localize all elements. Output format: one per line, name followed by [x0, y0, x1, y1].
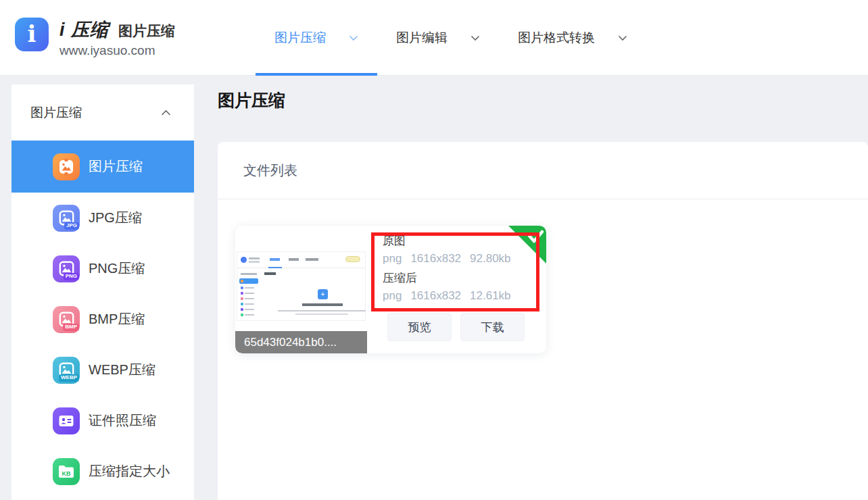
image-icon: WEBP: [53, 357, 80, 384]
sidebar-group-label: 图片压缩: [30, 104, 82, 122]
file-thumbnail[interactable]: + 65d43f024b1b0....: [235, 226, 367, 353]
panel-title: 文件列表: [243, 161, 297, 180]
image-compress-icon: [53, 153, 80, 180]
file-name: 65d43f024b1b0....: [235, 331, 367, 353]
sidebar-item-WEBP压缩[interactable]: WEBPWEBP压缩: [11, 345, 194, 395]
thumbnail-preview: +: [237, 251, 366, 321]
brand-url: www.iyasuo.com: [59, 43, 175, 58]
image-icon: BMP: [53, 306, 80, 333]
brand-text: i 压缩 图片压缩 www.iyasuo.com: [59, 18, 175, 58]
sidebar-item-label: BMP压缩: [89, 310, 145, 328]
chevron-down-icon: [471, 35, 480, 41]
upload-plus-icon: +: [318, 289, 328, 299]
original-label: 原图: [383, 232, 520, 250]
sidebar-item-label: 证件照压缩: [89, 411, 156, 430]
compressed-meta: png1616x83212.61kb: [383, 287, 520, 307]
nav-tab-label: 图片格式转换: [518, 29, 595, 47]
sidebar-item-压缩指定大小[interactable]: KB压缩指定大小: [11, 446, 194, 497]
nav-tab-label: 图片压缩: [274, 29, 326, 47]
sidebar-item-label: PNG压缩: [89, 259, 145, 278]
brand-product: 图片压缩: [118, 22, 175, 41]
svg-text:KB: KB: [62, 470, 71, 476]
sidebar-item-证件照压缩[interactable]: 证件照压缩: [11, 395, 194, 446]
format-badge: WEBP: [59, 374, 79, 382]
sidebar-item-label: JPG压缩: [89, 209, 142, 227]
sidebar-item-label: 压缩指定大小: [89, 462, 170, 480]
image-icon: PNG: [53, 255, 80, 282]
file-card: + 65d43f024b1b0.... 原图 png1616x83292.80k…: [235, 226, 546, 353]
chevron-up-icon: [161, 109, 171, 116]
brand[interactable]: i i 压缩 图片压缩 www.iyasuo.com: [15, 18, 175, 58]
success-check-ribbon-icon: [508, 226, 546, 264]
panel-header: 文件列表: [218, 142, 868, 199]
image-icon: JPG: [53, 205, 80, 232]
nav-tab-图片格式转换[interactable]: 图片格式转换: [499, 0, 646, 76]
preview-button[interactable]: 预览: [387, 313, 452, 341]
file-info: 原图 png1616x83292.80kb 压缩后 png1616x83212.…: [383, 232, 520, 307]
main-nav: 图片压缩图片编辑图片格式转换: [256, 0, 646, 76]
chevron-down-icon: [618, 35, 627, 41]
nav-tab-图片压缩[interactable]: 图片压缩: [256, 0, 377, 76]
sidebar: 图片压缩 图片压缩JPGJPG压缩PNGPNG压缩BMPBMP压缩WEBPWEB…: [11, 84, 194, 500]
download-button[interactable]: 下载: [460, 313, 525, 341]
nav-tab-label: 图片编辑: [396, 29, 448, 47]
sidebar-item-label: WEBP压缩: [89, 361, 155, 379]
format-badge: BMP: [63, 324, 79, 331]
format-badge: PNG: [64, 273, 79, 280]
sidebar-item-图片压缩[interactable]: 图片压缩: [11, 141, 194, 193]
format-badge: JPG: [64, 222, 79, 230]
brand-name: i 压缩: [59, 18, 109, 42]
id-card-icon: [53, 407, 80, 434]
nav-tab-图片编辑[interactable]: 图片编辑: [377, 0, 499, 76]
sidebar-group-header[interactable]: 图片压缩: [11, 84, 194, 141]
header: i i 压缩 图片压缩 www.iyasuo.com 图片压缩图片编辑图片格式转…: [0, 0, 868, 76]
page-title: 图片压缩: [218, 89, 285, 111]
sidebar-item-PNG压缩[interactable]: PNGPNG压缩: [11, 243, 194, 294]
sidebar-item-BMP压缩[interactable]: BMPBMP压缩: [11, 294, 194, 345]
original-meta: png1616x83292.80kb: [383, 250, 520, 270]
file-list-panel: 文件列表 +: [218, 142, 868, 500]
chevron-down-icon: [349, 35, 358, 41]
file-actions: 预览 下载: [387, 313, 525, 341]
sidebar-item-label: 图片压缩: [89, 157, 143, 176]
sidebar-item-JPG压缩[interactable]: JPGJPG压缩: [11, 193, 194, 243]
brand-logo-icon: i: [15, 18, 49, 51]
kb-folder-icon: KB: [53, 458, 80, 485]
compressed-label: 压缩后: [383, 270, 520, 287]
